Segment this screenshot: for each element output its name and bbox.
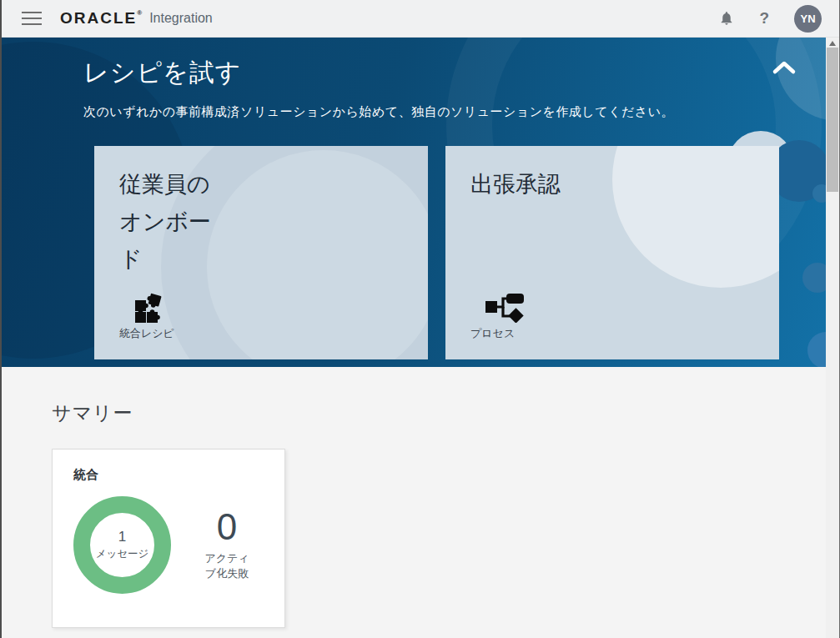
puzzle-icon (133, 293, 428, 323)
summary-section: サマリー 統合 1 メッセージ 0 アクティブ化失敗 (0, 367, 826, 638)
notifications-bell-icon[interactable] (719, 10, 734, 27)
recipes-hero-section: レシピを試す 次のいずれかの事前構成済ソリューションから始めて、独自のソリューシ… (0, 38, 826, 367)
summary-heading: サマリー (52, 400, 826, 426)
integration-summary-card[interactable]: 統合 1 メッセージ 0 アクティブ化失敗 (52, 449, 285, 628)
process-icon (485, 293, 779, 323)
oracle-logo: ORACLE® (60, 9, 142, 28)
product-name: Integration (149, 11, 213, 26)
scrollbar-thumb[interactable] (827, 48, 838, 192)
messages-count: 1 (118, 529, 126, 545)
recipe-card-type-label: プロセス (470, 326, 779, 341)
messages-label: メッセージ (96, 547, 149, 561)
registered-mark: ® (137, 9, 142, 17)
activation-failures-label: アクティブ化失敗 (199, 551, 254, 581)
window-border-left (0, 0, 2, 638)
summary-card-title: 統合 (73, 467, 284, 483)
messages-donut-chart: 1 メッセージ (73, 496, 171, 594)
avatar[interactable]: YN (794, 5, 822, 33)
top-bar: ORACLE® Integration ? YN (0, 0, 840, 38)
recipe-card-employee-onboarding[interactable]: 従業員のオンボード (94, 146, 428, 359)
hero-title: レシピを試す (83, 56, 826, 90)
recipe-card-travel-approval[interactable]: 出張承認 (445, 146, 779, 359)
activation-failures-count: 0 (199, 509, 254, 545)
recipe-card-title: 従業員のオンボード (119, 166, 224, 279)
hero-subtitle: 次のいずれかの事前構成済ソリューションから始めて、独自のソリューションを作成して… (83, 104, 826, 120)
hamburger-menu-icon[interactable] (22, 8, 42, 29)
vertical-scrollbar[interactable] (826, 38, 839, 638)
collapse-chevron-up-icon[interactable] (772, 59, 797, 76)
recipe-card-title: 出張承認 (470, 166, 575, 203)
oracle-logo-text: ORACLE (60, 9, 137, 27)
help-icon[interactable]: ? (759, 9, 769, 28)
recipe-cards-row: 従業員のオンボード (94, 146, 826, 359)
recipe-card-type-label: 統合レシピ (119, 326, 428, 341)
